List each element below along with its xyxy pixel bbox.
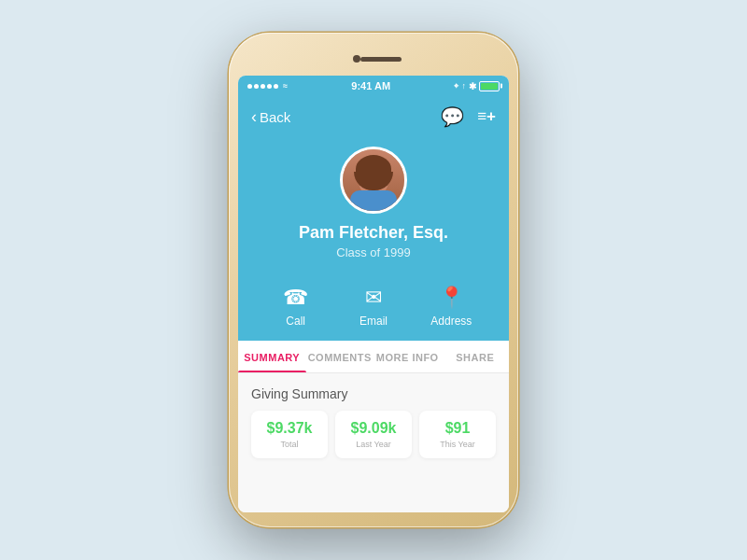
tab-summary[interactable]: SUMMARY xyxy=(238,341,306,372)
status-time: 9:41 AM xyxy=(351,80,390,91)
giving-label-lastyear: Last Year xyxy=(343,440,404,449)
nav-bar: ‹ Back 💬 ≡+ xyxy=(238,96,509,137)
giving-amount-lastyear: $9.09k xyxy=(343,420,404,437)
add-list-button[interactable]: ≡+ xyxy=(477,107,496,126)
email-label: Email xyxy=(359,315,388,328)
signal-icon xyxy=(247,84,278,89)
action-bar: ☎ Call ✉ Email 📍 Address xyxy=(238,274,509,341)
profile-section: Pam Fletcher, Esq. Class of 1999 xyxy=(238,137,509,274)
wifi-icon: ≈ xyxy=(283,81,288,91)
back-button[interactable]: ‹ Back xyxy=(251,108,290,125)
camera xyxy=(353,55,360,63)
giving-label-thisyear: This Year xyxy=(427,440,488,449)
back-label: Back xyxy=(260,109,290,125)
call-icon: ☎ xyxy=(283,286,308,310)
giving-label-total: Total xyxy=(259,440,320,449)
tab-comments[interactable]: COMMENTS xyxy=(306,341,374,372)
bluetooth-icon: ✱ xyxy=(469,81,476,91)
battery-fill xyxy=(481,83,498,90)
phone-frame: ≈ 9:41 AM ⌖ ↑ ✱ ‹ Back 💬 ≡+ xyxy=(229,33,518,527)
status-left: ≈ xyxy=(247,81,288,91)
address-label: Address xyxy=(430,315,472,328)
giving-amount-thisyear: $91 xyxy=(427,420,488,437)
status-right: ⌖ ↑ ✱ xyxy=(454,81,500,91)
avatar-body xyxy=(350,190,397,211)
email-button[interactable]: ✉ Email xyxy=(345,286,402,328)
speaker xyxy=(360,57,402,62)
avatar-hair xyxy=(356,155,391,183)
tab-share[interactable]: SHARE xyxy=(442,341,510,372)
comment-button[interactable]: 💬 xyxy=(441,105,464,128)
giving-summary-title: Giving Summary xyxy=(251,386,496,401)
arrow-icon: ↑ xyxy=(461,81,466,91)
email-icon: ✉ xyxy=(365,286,382,310)
call-button[interactable]: ☎ Call xyxy=(268,286,324,328)
phone-screen: ≈ 9:41 AM ⌖ ↑ ✱ ‹ Back 💬 ≡+ xyxy=(238,76,509,512)
address-icon: 📍 xyxy=(439,286,464,310)
giving-card-thisyear: $91 This Year xyxy=(419,411,496,458)
giving-amount-total: $9.37k xyxy=(259,420,320,437)
profile-name: Pam Fletcher, Esq. xyxy=(299,223,448,243)
tabs-bar: SUMMARY COMMENTS MORE INFO SHARE xyxy=(238,341,509,373)
chevron-left-icon: ‹ xyxy=(251,108,257,125)
giving-card-total: $9.37k Total xyxy=(251,411,328,458)
address-button[interactable]: 📍 Address xyxy=(423,286,479,328)
giving-cards-row: $9.37k Total $9.09k Last Year $91 This Y… xyxy=(251,411,496,458)
giving-card-lastyear: $9.09k Last Year xyxy=(335,411,412,458)
location-icon: ⌖ xyxy=(454,81,458,91)
profile-subtitle: Class of 1999 xyxy=(336,245,411,259)
avatar xyxy=(340,147,407,214)
call-label: Call xyxy=(286,315,305,328)
avatar-image xyxy=(343,149,404,211)
tab-more-info[interactable]: MORE INFO xyxy=(374,341,442,372)
content-area: Giving Summary $9.37k Total $9.09k Last … xyxy=(238,373,509,512)
nav-right-actions: 💬 ≡+ xyxy=(441,105,496,128)
status-bar: ≈ 9:41 AM ⌖ ↑ ✱ xyxy=(238,76,509,96)
phone-top-hardware xyxy=(238,48,509,70)
battery-icon xyxy=(479,81,500,91)
